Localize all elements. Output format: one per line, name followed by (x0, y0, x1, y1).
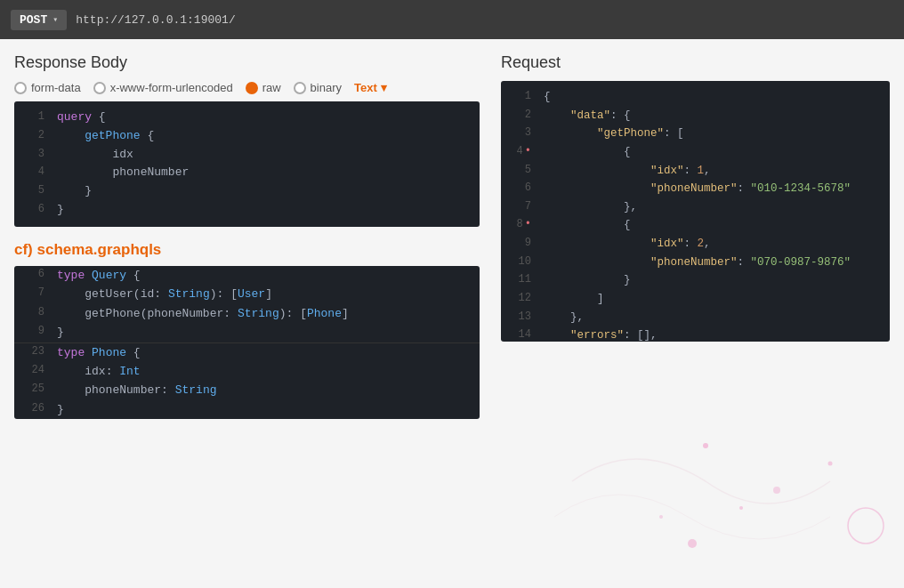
code-content-5: } (57, 182, 92, 201)
req-content-4: { (544, 143, 631, 162)
option-urlencoded[interactable]: x-www-form-urlencoded (93, 81, 233, 94)
radio-urlencoded (93, 82, 106, 94)
svg-point-1 (773, 487, 780, 494)
schema-block-2: 23 type Phone { 24 idx: Int 25 phoneNumb… (14, 343, 480, 420)
req-line-13: 13 }, (501, 309, 890, 327)
method-badge[interactable]: POST ▾ (11, 10, 67, 30)
schema-num-7: 7 (23, 285, 44, 303)
url-display[interactable]: http://127.0.0.1:19001/ (76, 13, 235, 27)
schema-line-8: 8 getPhone(phoneNumber: String): [Phone] (14, 304, 480, 323)
schema-num-9: 9 (23, 323, 44, 342)
req-num-4: 4 (510, 143, 531, 162)
req-line-2: 2 "data": { (501, 107, 890, 125)
schema-line-6: 6 type Query { (14, 266, 480, 285)
schema-content-24: idx: Int (57, 362, 141, 381)
req-line-1: 1 { (501, 88, 890, 107)
main-content: Response Body form-data x-www-form-urlen… (0, 39, 904, 588)
schema-content-7: getUser(id: String): [User] (57, 285, 272, 303)
radio-form-data (14, 82, 27, 94)
line-num-2: 2 (23, 127, 44, 146)
schema-num-8: 8 (23, 304, 44, 323)
line-num-1: 1 (23, 109, 44, 127)
line-num-3: 3 (23, 146, 44, 165)
req-num-8: 8 (510, 216, 531, 235)
schema-content-8: getPhone(phoneNumber: String): [Phone] (57, 304, 349, 323)
schema-content-26: } (57, 400, 64, 419)
option-raw[interactable]: raw (246, 81, 281, 94)
request-code-block: 1 { 2 "data": { 3 "getPhone": [ 4 { (501, 81, 890, 342)
line-num-5: 5 (23, 182, 44, 201)
req-num-3: 3 (510, 125, 531, 143)
req-num-1: 1 (510, 88, 531, 107)
option-form-data[interactable]: form-data (14, 81, 81, 94)
req-line-14: 14 "errors": [], (501, 326, 890, 342)
req-content-10: "phoneNumber": "070-0987-9876" (544, 254, 851, 272)
req-line-5: 5 "idx": 1, (501, 162, 890, 181)
radio-raw (246, 82, 258, 94)
req-num-11: 11 (510, 271, 531, 290)
radio-binary (294, 82, 306, 94)
req-line-3: 3 "getPhone": [ (501, 125, 890, 143)
svg-point-6 (688, 539, 697, 548)
req-num-10: 10 (510, 254, 531, 272)
label-form-data: form-data (31, 81, 81, 94)
label-raw: raw (262, 81, 281, 94)
req-num-13: 13 (510, 309, 531, 327)
label-binary: binary (311, 81, 342, 94)
req-content-11: } (544, 271, 631, 290)
text-format-dropdown[interactable]: Text ▾ (354, 81, 387, 94)
code-line-1: 1 query { (14, 109, 480, 127)
schema-content-9: } (57, 323, 64, 342)
schema-line-7: 7 getUser(id: String): [User] (14, 285, 480, 303)
code-content-4: phoneNumber (57, 164, 189, 182)
schema-num-6: 6 (23, 266, 44, 285)
schema-section: cf) schema.graphqls 6 type Query { 7 get… (14, 241, 480, 420)
req-num-7: 7 (510, 198, 531, 217)
schema-content-25: phoneNumber: String (57, 381, 216, 399)
svg-point-4 (659, 515, 663, 519)
schema-num-26: 26 (23, 400, 44, 419)
schema-num-24: 24 (23, 362, 44, 381)
response-body-title: Response Body (14, 53, 480, 72)
svg-point-0 (703, 443, 708, 448)
code-content-2: getPhone { (57, 127, 154, 146)
right-panel: Request 1 { 2 "data": { 3 "getPhone": [ … (494, 39, 904, 588)
schema-line-26: 26 } (14, 400, 480, 419)
schema-line-24: 24 idx: Int (14, 362, 480, 381)
req-line-6: 6 "phoneNumber": "010-1234-5678" (501, 180, 890, 198)
left-panel: Response Body form-data x-www-form-urlen… (0, 39, 494, 588)
option-binary[interactable]: binary (294, 81, 342, 94)
req-content-14: "errors": [], (544, 326, 658, 342)
schema-line-23: 23 type Phone { (14, 343, 480, 362)
schema-title: cf) schema.graphqls (14, 241, 480, 259)
req-content-9: "idx": 2, (544, 235, 711, 254)
code-line-6: 6 } (14, 201, 480, 220)
req-content-6: "phoneNumber": "010-1234-5678" (544, 180, 851, 198)
code-line-4: 4 phoneNumber (14, 164, 480, 182)
label-urlencoded: x-www-form-urlencoded (110, 81, 233, 94)
req-num-9: 9 (510, 235, 531, 254)
req-content-12: ] (544, 290, 604, 309)
req-num-14: 14 (510, 326, 531, 342)
code-content-6: } (57, 201, 64, 220)
schema-num-25: 25 (23, 381, 44, 399)
line-num-4: 4 (23, 164, 44, 182)
req-content-2: "data": { (544, 107, 631, 125)
response-body-section: Response Body form-data x-www-form-urlen… (14, 53, 480, 227)
schema-block: 6 type Query { 7 getUser(id: String): [U… (14, 266, 480, 420)
req-num-12: 12 (510, 290, 531, 309)
response-toolbar: form-data x-www-form-urlencoded raw bina… (14, 81, 480, 94)
line-num-6: 6 (23, 201, 44, 220)
req-content-7: }, (544, 198, 637, 217)
schema-content-6: type Query { (57, 266, 141, 285)
code-line-3: 3 idx (14, 146, 480, 165)
schema-block-1: 6 type Query { 7 getUser(id: String): [U… (14, 266, 480, 342)
top-bar: POST ▾ http://127.0.0.1:19001/ (0, 0, 904, 39)
svg-point-5 (848, 508, 884, 544)
decorative-area (501, 342, 890, 588)
req-content-3: "getPhone": [ (544, 125, 684, 143)
req-content-13: }, (544, 309, 584, 327)
req-line-8: 8 { (501, 216, 890, 235)
code-content-1: query { (57, 109, 106, 127)
req-line-7: 7 }, (501, 198, 890, 217)
